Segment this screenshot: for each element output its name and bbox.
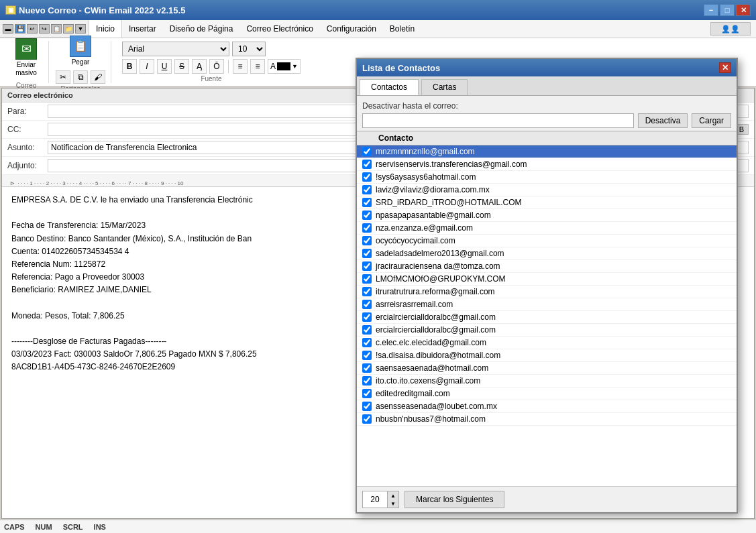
bold-button[interactable]: B	[122, 59, 137, 74]
contact-checkbox-9[interactable]	[362, 261, 372, 271]
contact-checkbox-13[interactable]	[362, 312, 372, 322]
search-placeholder[interactable]: 👤👤	[710, 22, 751, 36]
title-bar: ▣ Nuevo Correo - CWin Email 2022 v2.15.5…	[0, 0, 756, 20]
cut-button[interactable]: ✂	[56, 70, 70, 84]
menu-item-boletin[interactable]: Boletín	[383, 20, 421, 38]
paste-icon: 📋	[70, 36, 91, 57]
contact-checkbox-1[interactable]	[362, 160, 372, 169]
contact-checkbox-4[interactable]	[362, 198, 372, 207]
subscript-button[interactable]: A̧	[192, 59, 207, 74]
contact-list-close-button[interactable]: ✕	[719, 62, 731, 73]
contact-checkbox-8[interactable]	[362, 249, 372, 258]
icon-btn-4[interactable]: ↪	[39, 24, 50, 34]
mark-next-button[interactable]: Marcar los Siguientes	[404, 491, 504, 508]
paste-label: Pegar	[72, 58, 90, 66]
contact-list-title: Lista de Contactos	[362, 63, 440, 73]
color-picker-btn[interactable]: A ▼	[268, 59, 301, 74]
contact-checkbox-19[interactable]	[362, 389, 372, 398]
contact-checkbox-6[interactable]	[362, 223, 372, 233]
adjunto-label: Adjunto:	[7, 161, 48, 170]
desactiva-button[interactable]: Desactiva	[638, 113, 688, 128]
contact-row-4[interactable]: SRD_iRDARD_iTROD@HOTMAIL.COM	[357, 196, 737, 209]
overline-button[interactable]: Ō	[209, 59, 224, 74]
contact-row-8[interactable]: sadeladsadelmero2013@gmail.com	[357, 247, 737, 260]
contact-row-16[interactable]: !sa.disaisa.dibuidora@hotmail.com	[357, 349, 737, 362]
italic-button[interactable]: I	[140, 59, 154, 74]
contact-row-20[interactable]: asensseasenada@loubet.com.mx	[357, 400, 737, 413]
contact-email-14: ercialrciercialldoralbc@gmail.com	[376, 325, 731, 335]
send-massive-button[interactable]: ✉ Enviarmasivo	[9, 35, 43, 80]
ins-indicator: INS	[94, 523, 106, 531]
contact-checkbox-11[interactable]	[362, 287, 372, 296]
contact-row-5[interactable]: npasapapasantable@gmail.com	[357, 209, 737, 222]
underline-button[interactable]: U	[157, 59, 172, 74]
contact-checkbox-16[interactable]	[362, 351, 372, 360]
contact-checkbox-2[interactable]	[362, 172, 372, 182]
contact-checkbox-18[interactable]	[362, 376, 372, 386]
contact-email-11: itruratrutrura.reforma@gmail.com	[376, 287, 731, 296]
contact-row-0[interactable]: mnzmnmnznllo@gmail.com	[357, 145, 737, 158]
contact-checkbox-15[interactable]	[362, 338, 372, 347]
count-up-button[interactable]: ▲	[388, 491, 398, 499]
contact-checkbox-12[interactable]	[362, 300, 372, 309]
close-button[interactable]: ✕	[736, 4, 751, 16]
contact-row-17[interactable]: saensaesaenada@hotmail.com	[357, 362, 737, 375]
contact-email-0: mnzmnmnznllo@gmail.com	[376, 147, 731, 156]
format-painter-button[interactable]: 🖌	[91, 70, 105, 84]
contact-row-7[interactable]: ocycócyocycimail.com	[357, 235, 737, 247]
contact-row-6[interactable]: nza.enzanza.e@gmail.com	[357, 222, 737, 235]
contact-row-13[interactable]: ercialrciercialldoralbc@gmail.com	[357, 311, 737, 324]
contact-email-19: editedreditgmail.com	[376, 389, 731, 398]
contact-list-body[interactable]: mnzmnmnznllo@gmail.com rservisenservis.t…	[357, 145, 737, 486]
menu-item-diseno[interactable]: Diseño de Página	[163, 20, 240, 38]
contact-checkbox-20[interactable]	[362, 402, 372, 411]
icon-btn-1[interactable]: ▬	[3, 24, 13, 34]
tab-cartas[interactable]: Cartas	[421, 79, 468, 95]
contact-row-10[interactable]: LMOfMCMOfO@GRUPOKYM.COM	[357, 273, 737, 286]
menu-item-config[interactable]: Configuración	[320, 20, 383, 38]
menu-bar: Inicio Insertar Diseño de Página Correo …	[89, 20, 756, 38]
count-spinner[interactable]: 20 ▲ ▼	[362, 491, 399, 508]
tab-contactos[interactable]: Contactos	[360, 79, 419, 95]
menu-item-insertar[interactable]: Insertar	[122, 20, 163, 38]
title-bar-controls[interactable]: − □ ✕	[704, 4, 751, 16]
contact-checkbox-5[interactable]	[362, 211, 372, 220]
menu-item-correo[interactable]: Correo Electrónico	[239, 20, 319, 38]
contact-row-1[interactable]: rservisenservis.transferencias@gmail.com	[357, 158, 737, 171]
contact-row-9[interactable]: jracirauraciensena da@tomza.com	[357, 260, 737, 273]
contact-checkbox-3[interactable]	[362, 185, 372, 194]
align-center-button[interactable]: ≡	[250, 59, 265, 74]
cargar-button[interactable]: Cargar	[692, 113, 731, 128]
minimize-button[interactable]: −	[704, 4, 718, 16]
contact-checkbox-10[interactable]	[362, 274, 372, 284]
contact-checkbox-7[interactable]	[362, 236, 372, 245]
contact-row-21[interactable]: nbusbn'nbusas7@hotmail.com	[357, 413, 737, 426]
icon-btn-3[interactable]: ↩	[27, 24, 38, 34]
paste-button[interactable]: 📋 Pegar	[64, 32, 97, 69]
contact-row-11[interactable]: itruratrutrura.reforma@gmail.com	[357, 286, 737, 298]
font-family-select[interactable]: Arial Times New Roman Calibri	[122, 42, 229, 56]
copy-button[interactable]: ⧉	[73, 70, 88, 84]
contact-row-2[interactable]: !sys6aysasys6ahotmail.com	[357, 171, 737, 184]
contact-row-18[interactable]: ito.cto.ito.cexens@gmail.com	[357, 375, 737, 388]
contact-row-12[interactable]: asrreisrasrremail.com	[357, 298, 737, 311]
contact-row-15[interactable]: c.elec.elc.elecidad@gmail.com	[357, 337, 737, 349]
contact-row-14[interactable]: ercialrciercialldoralbc@gmail.com	[357, 324, 737, 337]
count-input[interactable]: 20	[363, 491, 387, 508]
font-size-select[interactable]: 10 12 14	[232, 42, 266, 56]
contact-checkbox-17[interactable]	[362, 363, 372, 373]
strikethrough-button[interactable]: S	[174, 59, 189, 74]
count-arrows: ▲ ▼	[387, 491, 398, 508]
scrl-indicator: SCRL	[63, 523, 83, 531]
contact-email-18: ito.cto.ito.cexens@gmail.com	[376, 376, 731, 386]
contact-row-3[interactable]: laviz@vilaviz@diorama.com.mx	[357, 184, 737, 196]
filter-input[interactable]	[362, 113, 634, 128]
align-left-button[interactable]: ≡	[233, 59, 248, 74]
count-down-button[interactable]: ▼	[388, 499, 398, 508]
contact-row-19[interactable]: editedreditgmail.com	[357, 388, 737, 400]
maximize-button[interactable]: □	[720, 4, 735, 16]
contact-checkbox-21[interactable]	[362, 414, 372, 424]
contact-checkbox-14[interactable]	[362, 325, 372, 335]
icon-btn-2[interactable]: 💾	[15, 24, 25, 34]
contact-checkbox-0[interactable]	[362, 147, 372, 156]
